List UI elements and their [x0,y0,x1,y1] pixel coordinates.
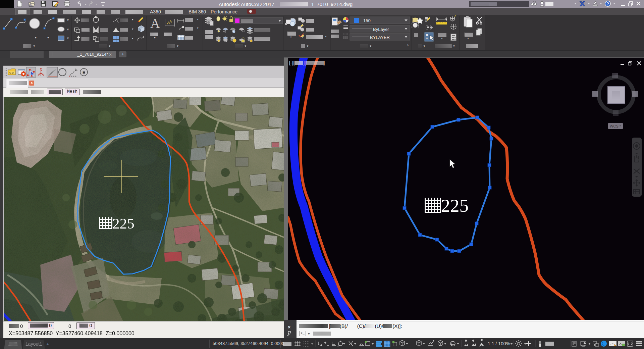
svg-text:Mesh: Mesh [9,72,14,74]
svg-text:■: ■ [83,70,85,75]
svg-text:WCS: WCS [610,124,619,128]
svg-text:?: ? [606,2,609,6]
svg-text:1:1 / 100%: 1:1 / 100% [488,341,510,346]
